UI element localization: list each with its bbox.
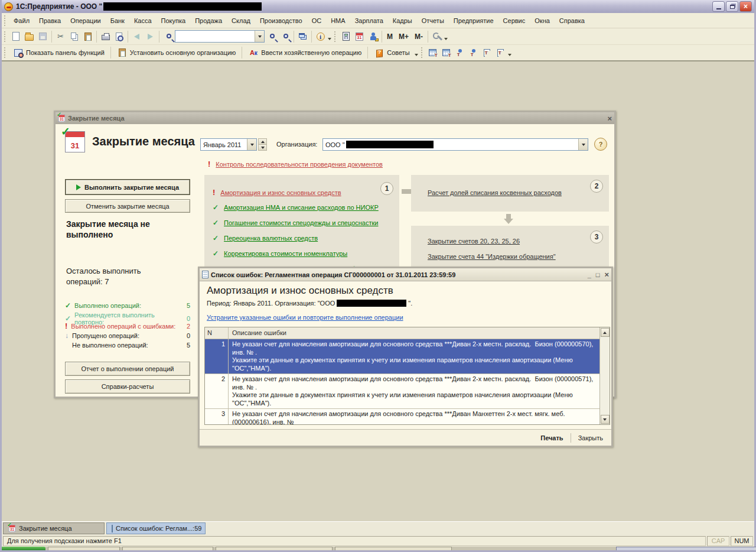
enter-business-operation-button[interactable]: Ввести хозяйственную операцию bbox=[244, 46, 366, 59]
period-spinner[interactable] bbox=[258, 138, 267, 151]
error-list-close-icon[interactable]: × bbox=[604, 270, 609, 279]
period-spin-down[interactable] bbox=[258, 145, 267, 151]
save-button[interactable] bbox=[36, 30, 50, 43]
help-button[interactable]: ? bbox=[594, 138, 607, 151]
menu-service[interactable]: Сервис bbox=[498, 15, 530, 26]
close-errors-button[interactable]: Закрыть bbox=[575, 433, 607, 443]
menu-nma[interactable]: НМА bbox=[326, 15, 350, 26]
start-button-sliver[interactable] bbox=[2, 547, 45, 550]
open-button[interactable] bbox=[22, 30, 36, 43]
memory-button[interactable]: M bbox=[384, 30, 396, 43]
step3-link-1[interactable]: Закрытие счетов 20, 23, 25, 26 bbox=[428, 238, 520, 245]
menu-hr[interactable]: Кадры bbox=[388, 15, 417, 26]
paste-button[interactable] bbox=[81, 30, 94, 43]
control-sequence-link[interactable]: Контроль последовательности проведения д… bbox=[216, 161, 383, 168]
journal-button-6[interactable] bbox=[494, 46, 507, 59]
menu-cash[interactable]: Касса bbox=[129, 15, 157, 26]
operations-report-button[interactable]: Отчет о выполнении операций bbox=[65, 362, 190, 376]
taskbar-button-sliver[interactable] bbox=[122, 547, 213, 550]
service-dropdown-caret[interactable] bbox=[444, 38, 448, 40]
step1-link-4[interactable]: Переоценка валютных средств bbox=[224, 235, 318, 242]
error-list-maximize-icon[interactable]: □ bbox=[596, 271, 600, 278]
forward-button[interactable] bbox=[144, 30, 157, 43]
step1-link-2[interactable]: Амортизация НМА и списание расходов по Н… bbox=[224, 204, 379, 211]
scroll-down-button[interactable] bbox=[601, 415, 610, 424]
menu-production[interactable]: Производство bbox=[255, 15, 307, 26]
taskbar-button-sliver[interactable] bbox=[216, 547, 333, 550]
error-list-minimize-icon[interactable]: _ bbox=[588, 271, 591, 278]
print-button[interactable] bbox=[99, 30, 112, 43]
error-row-2[interactable]: 2 Не указан счет для начисления амортиза… bbox=[205, 374, 599, 409]
info-button[interactable]: i bbox=[314, 30, 327, 43]
scroll-up-button[interactable] bbox=[601, 328, 610, 337]
tab-month-close[interactable]: 31 Закрытие месяца bbox=[3, 522, 105, 534]
set-main-organization-button[interactable]: Установить основную организацию bbox=[113, 46, 240, 59]
organization-combobox[interactable]: ООО " bbox=[322, 138, 588, 151]
step3-link-2[interactable]: Закрытие счета 44 "Издержки обращения" bbox=[428, 253, 556, 260]
minimize-button[interactable] bbox=[712, 1, 725, 12]
step2-link[interactable]: Расчет долей списания косвенных расходов bbox=[428, 189, 562, 196]
cut-button[interactable] bbox=[54, 30, 67, 43]
menu-help[interactable]: Справка bbox=[555, 15, 589, 26]
menu-enterprise[interactable]: Предприятие bbox=[449, 15, 498, 26]
column-n-header[interactable]: N bbox=[205, 327, 229, 339]
show-function-panel-button[interactable]: Показать панель функций bbox=[9, 46, 109, 59]
month-close-titlebar[interactable]: 31 Закрытие месяца × bbox=[56, 112, 614, 124]
menu-reports[interactable]: Отчеты bbox=[417, 15, 449, 26]
error-list-titlebar[interactable]: Список ошибок: Регламентная операция СГ0… bbox=[200, 268, 611, 281]
taskbar-window-sliver[interactable] bbox=[616, 547, 756, 550]
step1-link-3[interactable]: Погашение стоимости спецодежды и спецосн… bbox=[224, 219, 378, 226]
tips-dropdown-caret[interactable] bbox=[415, 54, 418, 56]
new-document-button[interactable] bbox=[9, 30, 22, 43]
cancel-month-close-button[interactable]: Отменить закрытие месяца bbox=[65, 199, 190, 213]
windows-list-button[interactable] bbox=[296, 30, 309, 43]
menu-purchase[interactable]: Покупка bbox=[157, 15, 191, 26]
find-button[interactable] bbox=[161, 30, 175, 43]
menu-edit[interactable]: Правка bbox=[34, 15, 66, 26]
copy-button[interactable] bbox=[67, 30, 81, 43]
journal-button-5[interactable] bbox=[480, 46, 494, 59]
menu-windows[interactable]: Окна bbox=[530, 15, 555, 26]
back-button[interactable] bbox=[130, 30, 144, 43]
calculator-button[interactable] bbox=[339, 30, 353, 43]
taskbar-button-sliver[interactable] bbox=[335, 547, 452, 550]
run-month-close-button[interactable]: Выполнить закрытие месяца bbox=[65, 179, 190, 195]
error-row-1[interactable]: 1 Не указан счет для начисления амортиза… bbox=[205, 339, 599, 374]
tips-button[interactable]: Советы bbox=[370, 46, 413, 59]
memory-plus-button[interactable]: M+ bbox=[396, 30, 412, 43]
info-dropdown-caret[interactable] bbox=[328, 38, 331, 40]
journal-button-1[interactable] bbox=[426, 46, 439, 59]
tab-error-list[interactable]: Список ошибок: Реглам...:59 bbox=[106, 522, 206, 534]
service-settings-button[interactable] bbox=[430, 30, 444, 43]
organization-dropdown-button[interactable] bbox=[578, 139, 588, 150]
menu-sale[interactable]: Продажа bbox=[190, 15, 227, 26]
taskbar-button-sliver[interactable] bbox=[48, 547, 120, 550]
find-next-button[interactable] bbox=[265, 30, 278, 43]
calendar-button[interactable]: 31 bbox=[353, 30, 366, 43]
step1-link-1[interactable]: Амортизация и износ основных средств bbox=[220, 189, 341, 196]
journal-button-4[interactable] bbox=[467, 46, 480, 59]
period-combobox[interactable]: Январь 2011 bbox=[200, 138, 257, 151]
memory-minus-button[interactable]: M- bbox=[412, 30, 426, 43]
find-prev-button[interactable] bbox=[278, 30, 292, 43]
menu-file[interactable]: Файл bbox=[9, 15, 34, 26]
journal-button-2[interactable] bbox=[439, 46, 453, 59]
menu-os[interactable]: ОС bbox=[307, 15, 327, 26]
journal-button-3[interactable] bbox=[453, 46, 467, 59]
print-preview-button[interactable] bbox=[112, 30, 126, 43]
period-spin-up[interactable] bbox=[258, 138, 267, 145]
menu-salary[interactable]: Зарплата bbox=[350, 15, 388, 26]
column-description-header[interactable]: Описание ошибки bbox=[229, 327, 599, 339]
reference-calculations-button[interactable]: Справки-расчеты bbox=[65, 379, 190, 394]
step1-link-5[interactable]: Корректировка стоимости номенклатуры bbox=[224, 250, 347, 257]
close-button[interactable]: × bbox=[739, 1, 752, 12]
temporary-lock-button[interactable] bbox=[366, 30, 380, 43]
journal-dropdown-caret[interactable] bbox=[508, 54, 511, 56]
search-combobox[interactable] bbox=[175, 30, 265, 43]
error-row-3[interactable]: 3 Не указан счет для начисления амортиза… bbox=[205, 409, 599, 424]
vertical-scrollbar[interactable] bbox=[599, 327, 610, 424]
print-errors-button[interactable]: Печать bbox=[537, 433, 566, 443]
search-dropdown-button[interactable] bbox=[255, 31, 264, 42]
menu-operations[interactable]: Операции bbox=[66, 15, 105, 26]
period-dropdown-button[interactable] bbox=[247, 139, 256, 150]
